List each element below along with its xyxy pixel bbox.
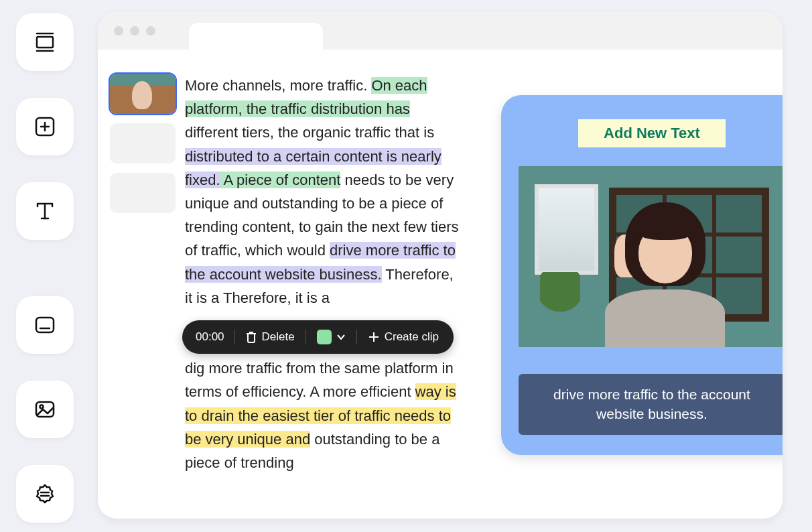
scene-person <box>598 202 732 347</box>
clip-thumbnails <box>110 74 176 474</box>
layout-tool-button[interactable] <box>16 13 74 71</box>
scene-plant <box>540 272 580 326</box>
badge-tool-button[interactable] <box>16 465 74 523</box>
text-tool-button[interactable] <box>16 182 74 240</box>
content-area: More channels, more traffic. On each pla… <box>98 63 783 474</box>
trash-icon <box>245 331 257 343</box>
toolbar-divider <box>356 330 357 344</box>
highlighted-span[interactable]: A piece of content <box>220 172 341 188</box>
window-chrome <box>98 12 783 50</box>
transcript-span[interactable]: More channels, more traffic. <box>185 77 371 94</box>
delete-label: Delete <box>262 330 295 344</box>
create-clip-button[interactable]: Create clip <box>366 329 440 345</box>
color-swatch <box>317 330 332 344</box>
image-tool-button[interactable] <box>16 381 74 438</box>
caption-tool-button[interactable] <box>16 296 74 354</box>
chevron-down-icon <box>336 332 346 342</box>
selection-toolbar: 00:00 Delete Create clip <box>182 320 454 354</box>
window-controls[interactable] <box>114 26 155 36</box>
badge-icon <box>33 482 57 506</box>
browser-tab[interactable] <box>189 23 323 50</box>
highlight-color-picker[interactable] <box>316 328 347 346</box>
transcript-span[interactable]: different tiers, the organic traffic tha… <box>185 124 434 141</box>
app-window: More channels, more traffic. On each pla… <box>98 12 783 519</box>
selection-timestamp: 00:00 <box>196 330 224 344</box>
toolbar-divider <box>306 330 306 344</box>
clip-thumbnail-1[interactable] <box>110 74 176 114</box>
add-text-button[interactable]: Add New Text <box>578 119 726 147</box>
toolbar-divider <box>234 330 234 344</box>
svg-rect-8 <box>36 318 54 332</box>
plus-icon <box>368 331 380 343</box>
scene-window <box>535 184 599 275</box>
text-icon <box>33 199 57 223</box>
window-dot <box>146 26 155 36</box>
preview-caption: drive more traffic to the account websit… <box>519 374 783 435</box>
video-preview[interactable] <box>519 166 783 347</box>
image-icon <box>33 397 57 421</box>
toolbar-strip <box>98 50 783 63</box>
preview-card: Add New Text drive more traffic to the a… <box>501 95 783 455</box>
caption-icon <box>33 313 57 337</box>
rail-spacer <box>16 267 74 269</box>
svg-point-11 <box>40 405 44 409</box>
create-clip-label: Create clip <box>385 330 439 344</box>
transcript-text[interactable]: More channels, more traffic. On each pla… <box>185 74 464 474</box>
thumbnail-preview <box>110 74 176 114</box>
window-dot <box>130 26 139 36</box>
window-dot <box>114 26 123 36</box>
add-icon <box>33 115 57 139</box>
svg-rect-0 <box>37 37 53 48</box>
add-tool-button[interactable] <box>16 98 74 155</box>
delete-button[interactable]: Delete <box>244 329 296 345</box>
clip-thumbnail-3[interactable] <box>110 173 176 213</box>
clip-thumbnail-2[interactable] <box>110 123 176 163</box>
layout-icon <box>33 30 57 54</box>
tool-rail <box>16 13 74 523</box>
